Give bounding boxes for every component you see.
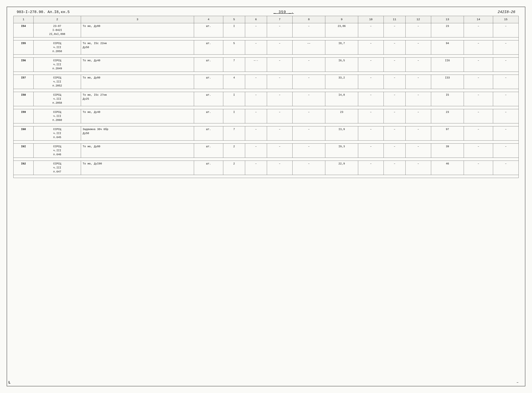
row-col-9: 23,06 (325, 23, 358, 37)
row-desc: То же, Ду40 (81, 109, 194, 123)
row-col-5: 7 (223, 126, 245, 140)
row-col-11: – (384, 92, 405, 106)
row-col-14: – (464, 40, 493, 54)
row-col-11: – (384, 75, 405, 89)
bottom-left-mark: L (8, 380, 10, 385)
row-col-5: I (223, 23, 245, 37)
row-id: I6I (14, 143, 34, 157)
row-id: I59 (14, 109, 34, 123)
row-col-11: – (384, 23, 405, 37)
row-col-8: – (292, 126, 325, 140)
row-col-11: – (384, 40, 405, 54)
col-header-13: 13 (431, 16, 464, 23)
row-col-12: – (405, 92, 431, 106)
table-row: I57ССРСЦч.IIIп.2052То же, Ду80шт.4–––33,… (14, 75, 519, 89)
row-col-13: I5 (431, 92, 464, 106)
row-id: I58 (14, 92, 34, 106)
row-id: I57 (14, 75, 34, 89)
row-ref: ССРСЦч.IIIп.647 (34, 161, 81, 175)
row-col-9: I6,5 (325, 57, 358, 72)
spacer-row (14, 175, 519, 178)
row-col-14: – (464, 75, 493, 89)
col-header-15: 15 (493, 16, 519, 23)
row-col-10: – (358, 161, 384, 175)
spacer-row (14, 37, 519, 40)
row-col-6: – (245, 161, 267, 175)
header-row: 1 2 3 4 5 6 7 8 9 10 11 12 13 14 15 (14, 16, 519, 23)
row-col-11: – (384, 126, 405, 140)
row-col-10: – (358, 126, 384, 140)
row-col-11: – (384, 161, 405, 175)
title-center: _ 359 _. (274, 10, 294, 14)
header-area: 903–I–278.90. Ал.I8,кн.5 _ 359 _. 242I8–… (13, 10, 519, 14)
row-col-5: 4 (223, 75, 245, 89)
row-unit: шт. (194, 126, 223, 140)
row-col-7: – (267, 40, 292, 54)
table-row: I6IССРСЦч.IIIп.646То же, Ду80шт.2–––I9,3… (14, 143, 519, 157)
row-col-8: – (292, 143, 325, 157)
spacer-row (14, 123, 519, 126)
table-row: I62ССРСЦч.IIIп.647То же, ДуI00шт.2–––22,… (14, 161, 519, 175)
col-header-11: 11 (384, 16, 405, 23)
row-col-6: – (245, 23, 267, 37)
row-col-13: I33 (431, 75, 464, 89)
col-header-14: 14 (464, 16, 493, 23)
row-col-10: – (358, 40, 384, 54)
row-col-7: – (267, 92, 292, 106)
row-col-14: – (464, 143, 493, 157)
row-id: I54 (14, 23, 34, 37)
row-col-14: – (464, 23, 493, 37)
page: 903–I–278.90. Ал.I8,кн.5 _ 359 _. 242I8–… (0, 0, 532, 393)
row-unit: шт. (194, 109, 223, 123)
row-col-15: – (493, 40, 519, 54)
table-row: I55ССРСЦч.IIIп.2050То же, I5с 22нж Ду50ш… (14, 40, 519, 54)
row-col-6: – (245, 92, 267, 106)
spacer-row (14, 157, 519, 161)
spacer-row (14, 140, 519, 143)
row-col-8: – (292, 109, 325, 123)
col-header-4: 4 (194, 16, 223, 23)
row-col-9: 23 (325, 109, 358, 123)
row-col-7: – (267, 75, 292, 89)
row-desc: То же, Ду80 (81, 143, 194, 157)
row-col-13: 46 (431, 161, 464, 175)
row-col-8: – (292, 23, 325, 37)
row-col-12: – (405, 161, 431, 175)
row-col-15: – (493, 143, 519, 157)
row-unit: шт. (194, 75, 223, 89)
row-col-5: 7 (223, 57, 245, 72)
row-unit: шт. (194, 57, 223, 72)
row-col-8: – (292, 161, 325, 175)
row-col-14: – (464, 109, 493, 123)
row-ref: ССРСЦч.IIIп.2050 (34, 40, 81, 54)
row-col-14: – (464, 57, 493, 72)
col-header-6: 6 (245, 16, 267, 23)
row-col-14: – (464, 161, 493, 175)
bottom-right-mark: – (517, 380, 519, 385)
col-header-3: 3 (81, 16, 194, 23)
row-col-15: – (493, 109, 519, 123)
main-table: 1 2 3 4 5 6 7 8 9 10 11 12 13 14 15 I542… (13, 16, 519, 178)
row-desc: То же, Ду80 (81, 75, 194, 89)
row-ref: ССРСЦч.IIIп.2058 (34, 92, 81, 106)
row-desc: То же, Ду80 (81, 23, 194, 37)
row-ref: ССРСЦч.IIIп.2052 (34, 75, 81, 89)
row-col-9: I9,3 (325, 143, 358, 157)
row-id: I55 (14, 40, 34, 54)
row-unit: шт. (194, 23, 223, 37)
row-ref: ССРСЦч.IIIп.2049 (34, 57, 81, 72)
row-col-12: – (405, 57, 431, 72)
col-header-5: 5 (223, 16, 245, 23)
row-col-9: 33,2 (325, 75, 358, 89)
row-col-5: I (223, 109, 245, 123)
row-desc: Задвижка 30ч 6бр Ду50 (81, 126, 194, 140)
row-col-12: – (405, 40, 431, 54)
row-col-7: – (267, 57, 292, 72)
col-header-2: 2 (34, 16, 81, 23)
row-col-8: – (292, 92, 325, 106)
row-desc: То же, I5с 27нж Ду25 (81, 92, 194, 106)
row-col-13: 23 (431, 109, 464, 123)
row-unit: шт. (194, 92, 223, 106)
spacer-row (14, 106, 519, 109)
row-col-9: 22,9 (325, 161, 358, 175)
